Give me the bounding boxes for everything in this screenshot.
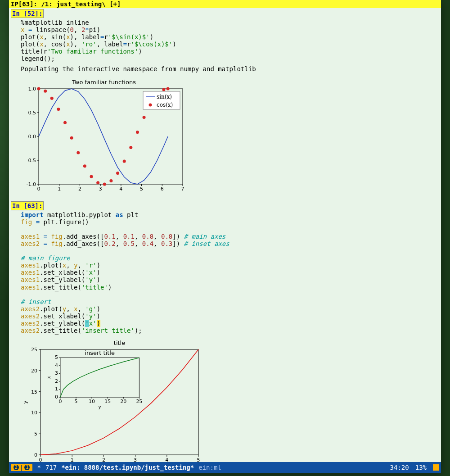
svg-point-34 [76,151,80,154]
status-block-icon [433,464,439,471]
cell-prompt: In [63]: [11,201,44,210]
chart-two-familiar-functions: Two familiar functions01234567-1.0-0.50.… [21,78,187,195]
svg-point-32 [63,121,67,124]
svg-text:5: 5 [34,431,37,437]
svg-point-47 [162,88,165,91]
svg-text:y: y [22,400,28,403]
svg-text:cos(x): cos(x) [157,102,173,108]
svg-text:5: 5 [197,457,200,462]
svg-point-35 [83,164,86,168]
svg-point-38 [103,182,106,186]
svg-text:3: 3 [99,186,102,192]
svg-text:5: 5 [140,186,143,192]
svg-point-43 [136,131,139,134]
svg-point-36 [90,175,93,178]
svg-text:0: 0 [55,394,58,400]
svg-text:1.0: 1.0 [28,86,36,92]
chart-title-with-inset: title012345x0510152025yinsert title05101… [21,340,203,462]
cell-63[interactable]: In [63]: import matplotlib.pyplot as plt… [9,200,441,462]
svg-text:x: x [46,376,52,379]
tab-label[interactable]: IP[63]: /1: just_testing\ [+] [11,0,121,8]
svg-text:4: 4 [55,363,58,368]
svg-text:2: 2 [102,457,105,462]
svg-text:6: 6 [161,186,164,192]
svg-text:sin(x): sin(x) [157,94,172,100]
svg-text:Two familiar functions: Two familiar functions [72,79,136,86]
tab-bar[interactable]: IP[63]: /1: just_testing\ [+] [9,0,441,8]
svg-text:4: 4 [119,186,122,192]
svg-point-52 [149,103,152,106]
svg-text:0: 0 [39,457,42,462]
status-star: * [37,464,40,471]
status-circle-icon: 2 [14,465,19,470]
svg-text:y: y [98,404,101,410]
svg-text:0: 0 [37,186,40,192]
status-position: 34:20 [390,464,409,471]
cell-code[interactable]: import matplotlib.pyplot as plt fig = pl… [9,210,441,337]
svg-text:2: 2 [55,378,58,384]
svg-text:-1.0: -1.0 [27,181,36,187]
cell-output-text: Populating the interactive namespace fro… [9,65,441,75]
svg-point-41 [123,159,126,163]
status-indicator: 2|1 [11,464,32,471]
cell-code[interactable]: %matplotlib inline x = linspace(0, 2*pi)… [9,18,441,65]
svg-text:title: title [114,340,125,346]
svg-point-33 [70,136,73,139]
svg-text:20: 20 [31,368,37,374]
svg-point-39 [109,179,112,182]
svg-point-48 [166,87,170,90]
svg-text:7: 7 [181,186,184,192]
svg-text:3: 3 [134,457,137,462]
svg-text:2: 2 [78,186,81,192]
status-circle-icon: 1 [24,465,30,470]
svg-text:-0.5: -0.5 [27,158,36,163]
cell-52[interactable]: In [52]: %matplotlib inline x = linspace… [9,8,441,195]
svg-point-40 [116,172,119,175]
svg-text:25: 25 [31,347,37,353]
svg-point-37 [96,181,99,184]
svg-text:25: 25 [136,399,142,404]
svg-text:0.0: 0.0 [28,134,36,140]
status-percent: 13% [415,464,427,471]
status-bar: 2|1 * 717 *ein: 8888/test.ipynb/just_tes… [9,462,441,473]
svg-point-29 [44,89,47,92]
svg-point-28 [37,87,40,90]
svg-text:0: 0 [58,399,62,404]
editor-window: IP[63]: /1: just_testing\ [+] In [52]: %… [9,0,441,473]
svg-text:20: 20 [120,399,126,404]
svg-text:4: 4 [165,457,168,462]
svg-point-44 [143,116,146,119]
svg-text:0: 0 [34,452,37,458]
notebook-content[interactable]: In [52]: %matplotlib inline x = linspace… [9,8,441,462]
status-buffer-name: *ein: 8888/test.ipynb/just_testing* [61,464,194,471]
cell-prompt: In [52]: [11,9,44,18]
svg-text:15: 15 [104,399,111,404]
svg-text:5: 5 [55,354,58,360]
svg-text:insert title: insert title [85,349,115,356]
svg-rect-83 [60,358,140,397]
svg-rect-55 [40,349,198,455]
status-linecount: 717 [45,464,57,471]
svg-text:10: 10 [89,399,95,404]
svg-point-31 [57,108,60,111]
svg-text:1: 1 [58,186,61,192]
svg-text:0.5: 0.5 [28,110,36,116]
svg-text:1: 1 [55,386,58,392]
status-mode: ein:ml [198,464,221,471]
svg-text:10: 10 [31,410,37,416]
svg-text:15: 15 [31,389,37,395]
svg-point-42 [129,145,132,149]
svg-text:3: 3 [55,371,58,376]
svg-point-30 [50,96,54,100]
svg-text:5: 5 [74,399,77,404]
svg-text:1: 1 [71,457,74,462]
